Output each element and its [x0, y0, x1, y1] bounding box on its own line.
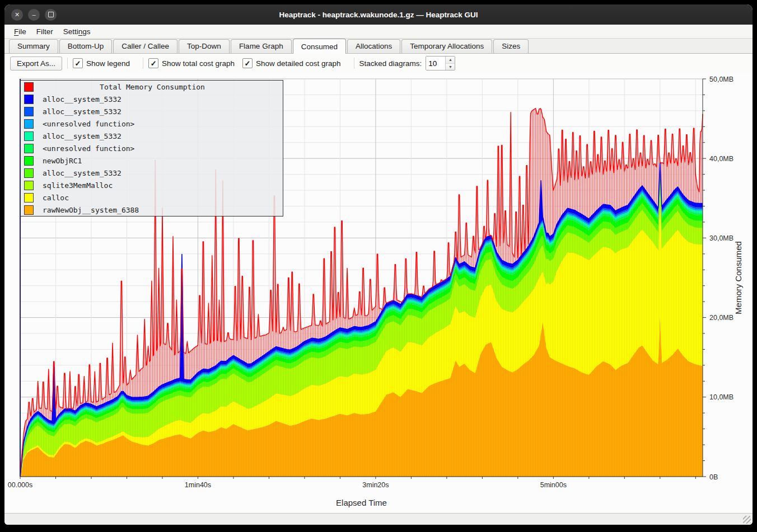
legend-row: rawNewObj__system_6388 [21, 204, 283, 216]
menu-item-file[interactable]: File [9, 26, 31, 37]
legend-swatch-icon [24, 82, 34, 92]
legend-label: <unresolved function> [43, 144, 134, 153]
show-detailed-cost-checkbox[interactable]: ✓ Show detailed cost graph [242, 58, 341, 68]
menu-item-settings[interactable]: Settings [58, 26, 96, 37]
toolbar-separator [143, 58, 143, 69]
svg-text:50,0MB: 50,0MB [709, 76, 733, 83]
legend-row: alloc__system_5332 [21, 167, 283, 179]
checkmark-icon: ✓ [73, 58, 83, 68]
legend-label: alloc__system_5332 [43, 169, 122, 177]
resize-grip-icon[interactable] [743, 516, 751, 524]
legend-swatch-icon [24, 193, 34, 203]
svg-text:0B: 0B [709, 473, 718, 481]
svg-text:20,0MB: 20,0MB [709, 314, 733, 322]
tab-allocations[interactable]: Allocations [347, 39, 400, 53]
svg-text:1min40s: 1min40s [185, 481, 211, 489]
toolbar-separator [354, 58, 354, 69]
legend-swatch-icon [24, 181, 34, 190]
show-total-cost-checkbox[interactable]: ✓ Show total cost graph [148, 58, 235, 68]
legend-title-row: Total Memory Consumption [21, 81, 283, 93]
svg-text:00.000s: 00.000s [8, 481, 32, 489]
legend-swatch-icon [24, 95, 34, 104]
toolbar: Export As... ✓ Show legend ✓ Show total … [4, 54, 753, 73]
legend-row: <unresolved function> [21, 117, 283, 130]
window-title: Heaptrack - heaptrack.wakunode.1.gz — He… [4, 11, 753, 19]
legend-swatch-icon [24, 131, 34, 141]
chart-legend: Total Memory Consumptionalloc__system_53… [20, 80, 283, 216]
export-as-button[interactable]: Export As... [10, 57, 62, 70]
menu-label: Setti [63, 27, 78, 36]
tab-flame-graph[interactable]: Flame Graph [231, 39, 292, 53]
legend-swatch-icon [24, 107, 34, 116]
legend-label: sqlite3MemMalloc [43, 181, 113, 190]
legend-swatch-icon [24, 156, 34, 166]
legend-label: Total Memory Consumption [34, 83, 271, 91]
menu-label: ile [18, 27, 26, 36]
chevron-down-icon: ▼ [448, 65, 452, 69]
legend-swatch-icon [24, 144, 34, 153]
menu-bar: FileFilterSettings [4, 25, 753, 38]
menu-label: F [14, 27, 18, 36]
checkmark-icon: ✓ [148, 58, 158, 68]
tab-summary[interactable]: Summary [9, 39, 58, 53]
svg-text:3min20s: 3min20s [362, 481, 389, 489]
legend-swatch-icon [24, 205, 34, 215]
tab-top-down[interactable]: Top-Down [179, 39, 230, 53]
svg-text:Memory Consumed: Memory Consumed [733, 241, 743, 314]
legend-row: alloc__system_5332 [21, 130, 283, 142]
chevron-up-icon: ▲ [448, 58, 452, 62]
svg-text:40,0MB: 40,0MB [709, 155, 733, 163]
spin-down-button[interactable]: ▼ [446, 64, 455, 70]
svg-text:5min00s: 5min00s [540, 481, 567, 489]
legend-label: <unresolved function> [43, 120, 134, 128]
svg-text:Elapsed Time: Elapsed Time [336, 498, 387, 507]
show-legend-label: Show legend [86, 59, 130, 68]
legend-label: newObjRC1 [43, 157, 82, 165]
legend-row: <unresolved function> [21, 142, 283, 154]
tab-bar: SummaryBottom-UpCaller / CalleeTop-DownF… [4, 38, 753, 54]
menu-label: Filter [36, 27, 53, 36]
legend-swatch-icon [24, 168, 34, 178]
legend-row: newObjRC1 [21, 154, 283, 167]
legend-row: calloc [21, 191, 283, 204]
spin-up-button[interactable]: ▲ [446, 57, 455, 64]
title-bar[interactable]: ✕ – Heaptrack - heaptrack.wakunode.1.gz … [4, 4, 753, 25]
tab-consumed[interactable]: Consumed [293, 39, 346, 54]
legend-row: alloc__system_5332 [21, 105, 283, 117]
svg-text:10,0MB: 10,0MB [709, 393, 733, 401]
tab-sizes[interactable]: Sizes [493, 39, 529, 53]
consumed-chart-panel: 00.000s1min40s3min20s5min00s0B10,0MB20,0… [4, 73, 753, 513]
checkmark-icon: ✓ [242, 58, 253, 68]
svg-text:30,0MB: 30,0MB [709, 234, 733, 242]
heaptrack-window: ✕ – Heaptrack - heaptrack.wakunode.1.gz … [4, 4, 753, 525]
toolbar-separator [67, 58, 68, 69]
tab-caller-callee[interactable]: Caller / Callee [113, 39, 177, 53]
tab-bottom-up[interactable]: Bottom-Up [59, 39, 113, 53]
show-detailed-cost-label: Show detailed cost graph [256, 59, 341, 68]
show-legend-checkbox[interactable]: ✓ Show legend [73, 58, 130, 68]
legend-label: alloc__system_5332 [43, 95, 122, 103]
legend-swatch-icon [24, 119, 34, 129]
status-bar [4, 513, 753, 525]
menu-label: gs [82, 27, 90, 36]
stacked-diagrams-spinbox[interactable]: ▲ ▼ [426, 56, 455, 70]
menu-item-filter[interactable]: Filter [31, 26, 58, 37]
legend-row: sqlite3MemMalloc [21, 179, 283, 191]
legend-label: rawNewObj__system_6388 [43, 206, 139, 214]
legend-label: alloc__system_5332 [43, 107, 122, 116]
legend-label: calloc [43, 194, 69, 202]
tab-temporary-allocations[interactable]: Temporary Allocations [401, 39, 492, 53]
stacked-diagrams-input[interactable] [426, 57, 445, 70]
show-total-cost-label: Show total cost graph [162, 59, 235, 68]
legend-row: alloc__system_5332 [21, 93, 283, 105]
stacked-diagrams-label: Stacked diagrams: [359, 59, 422, 68]
legend-label: alloc__system_5332 [43, 132, 122, 140]
